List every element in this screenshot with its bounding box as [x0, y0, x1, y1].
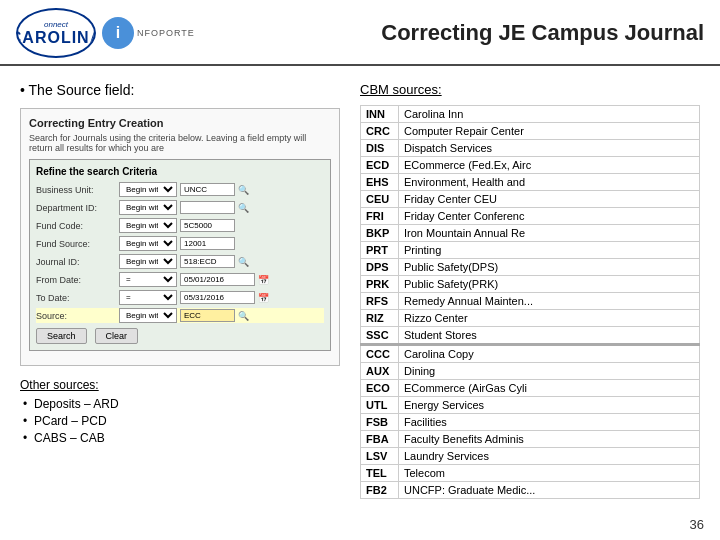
table-row: UTLEnergy Services — [361, 397, 700, 414]
fund-code-select[interactable]: Begin with — [119, 218, 177, 233]
journal-id-select[interactable]: Begin with — [119, 254, 177, 269]
header: onnect CAROLINA i NFOPORTE Correcting JE… — [0, 0, 720, 66]
list-item: Deposits – ARD — [20, 397, 340, 411]
desc-cell: Friday Center CEU — [399, 191, 700, 208]
code-cell: FRI — [361, 208, 399, 225]
page-title-area: Correcting JE Campus Journal — [195, 20, 704, 46]
department-select[interactable]: Begin with — [119, 200, 177, 215]
code-cell: FBA — [361, 431, 399, 448]
table-row: LSVLaundry Services — [361, 448, 700, 465]
code-cell: CEU — [361, 191, 399, 208]
department-input[interactable] — [180, 201, 235, 214]
code-cell: DPS — [361, 259, 399, 276]
calendar-icon: 📅 — [258, 275, 269, 285]
business-unit-input[interactable] — [180, 183, 235, 196]
desc-cell: Student Stores — [399, 327, 700, 345]
table-row: SSCStudent Stores — [361, 327, 700, 345]
right-panel: CBM sources: INNCarolina InnCRCComputer … — [360, 82, 700, 518]
table-row: DPSPublic Safety(DPS) — [361, 259, 700, 276]
fund-source-select[interactable]: Begin with — [119, 236, 177, 251]
from-date-select[interactable]: = — [119, 272, 177, 287]
form-row-department: Department ID: Begin with 🔍 — [36, 200, 324, 215]
search-icon3: 🔍 — [238, 257, 249, 267]
desc-cell: UNCFP: Graduate Medic... — [399, 482, 700, 499]
cbm-heading: CBM sources: — [360, 82, 700, 97]
form-row-journal-id: Journal ID: Begin with 🔍 — [36, 254, 324, 269]
btn-row: Search Clear — [36, 328, 324, 344]
desc-cell: Carolina Copy — [399, 345, 700, 363]
logo-carolina: CAROLINA — [16, 29, 96, 47]
table-row: RFSRemedy Annual Mainten... — [361, 293, 700, 310]
list-item: PCard – PCD — [20, 414, 340, 428]
to-date-input[interactable] — [180, 291, 255, 304]
code-cell: BKP — [361, 225, 399, 242]
code-cell: UTL — [361, 397, 399, 414]
list-item: CABS – CAB — [20, 431, 340, 445]
table-row: CRCComputer Repair Center — [361, 123, 700, 140]
business-unit-select[interactable]: Begin with — [119, 182, 177, 197]
refine-box: Refine the search Criteria Business Unit… — [29, 159, 331, 351]
desc-cell: Faculty Benefits Adminis — [399, 431, 700, 448]
desc-cell: Printing — [399, 242, 700, 259]
code-cell: TEL — [361, 465, 399, 482]
desc-cell: Dispatch Services — [399, 140, 700, 157]
table-row: BKPIron Mountain Annual Re — [361, 225, 700, 242]
other-sources-heading: Other sources: — [20, 378, 340, 392]
fund-code-input[interactable] — [180, 219, 235, 232]
fund-source-input[interactable] — [180, 237, 235, 250]
desc-cell: Rizzo Center — [399, 310, 700, 327]
code-cell: ECD — [361, 157, 399, 174]
table-row: ECOECommerce (AirGas Cyli — [361, 380, 700, 397]
refine-title: Refine the search Criteria — [36, 166, 324, 177]
search-button[interactable]: Search — [36, 328, 87, 344]
form-row-fund-source: Fund Source: Begin with — [36, 236, 324, 251]
page-title: Correcting JE Campus Journal — [195, 20, 704, 46]
code-cell: INN — [361, 106, 399, 123]
desc-cell: ECommerce (Fed.Ex, Airc — [399, 157, 700, 174]
table-row: CEUFriday Center CEU — [361, 191, 700, 208]
cbm-table: INNCarolina InnCRCComputer Repair Center… — [360, 105, 700, 499]
desc-cell: Iron Mountain Annual Re — [399, 225, 700, 242]
source-select[interactable]: Begin with — [119, 308, 177, 323]
source-input[interactable] — [180, 309, 235, 322]
form-row-source: Source: Begin with 🔍 — [36, 308, 324, 323]
clear-button[interactable]: Clear — [95, 328, 139, 344]
desc-cell: Public Safety(DPS) — [399, 259, 700, 276]
table-row: ECDECommerce (Fed.Ex, Airc — [361, 157, 700, 174]
to-date-select[interactable]: = — [119, 290, 177, 305]
ss-title: Correcting Entry Creation — [29, 117, 331, 129]
table-row: DISDispatch Services — [361, 140, 700, 157]
table-row: FB2UNCFP: Graduate Medic... — [361, 482, 700, 499]
code-cell: SSC — [361, 327, 399, 345]
search-icon4: 🔍 — [238, 311, 249, 321]
search-icon: 🔍 — [238, 185, 249, 195]
form-row-to-date: To Date: = 📅 — [36, 290, 324, 305]
form-row-fund-code: Fund Code: Begin with — [36, 218, 324, 233]
table-row: TELTelecom — [361, 465, 700, 482]
desc-cell: Energy Services — [399, 397, 700, 414]
logo-oval: onnect CAROLINA — [16, 8, 96, 58]
from-date-input[interactable] — [180, 273, 255, 286]
desc-cell: Friday Center Conferenc — [399, 208, 700, 225]
table-row: FSBFacilities — [361, 414, 700, 431]
desc-cell: Public Safety(PRK) — [399, 276, 700, 293]
code-cell: ECO — [361, 380, 399, 397]
code-cell: LSV — [361, 448, 399, 465]
journal-id-input[interactable] — [180, 255, 235, 268]
desc-cell: Dining — [399, 363, 700, 380]
code-cell: RIZ — [361, 310, 399, 327]
desc-cell: Carolina Inn — [399, 106, 700, 123]
code-cell: AUX — [361, 363, 399, 380]
other-sources-list: Deposits – ARD PCard – PCD CABS – CAB — [20, 397, 340, 445]
desc-cell: Telecom — [399, 465, 700, 482]
code-cell: CRC — [361, 123, 399, 140]
table-row: RIZRizzo Center — [361, 310, 700, 327]
code-cell: FSB — [361, 414, 399, 431]
code-cell: DIS — [361, 140, 399, 157]
logo-connect-text: onnect — [44, 20, 68, 29]
table-row: PRTPrinting — [361, 242, 700, 259]
logo-info-icon: i — [102, 17, 134, 49]
desc-cell: Computer Repair Center — [399, 123, 700, 140]
logo-area: onnect CAROLINA i NFOPORTE — [16, 8, 195, 58]
source-field-bullet: • The Source field: — [20, 82, 340, 98]
